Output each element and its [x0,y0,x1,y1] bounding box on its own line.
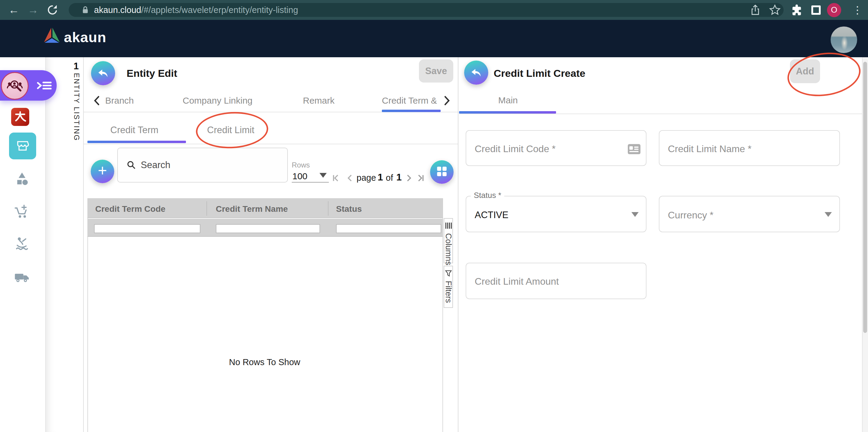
tabs-scroll-right-icon[interactable] [442,95,452,108]
subtab-credit-limit[interactable]: Credit Limit [207,125,254,136]
browser-chrome: ← → akaun.cloud /#/applets/wavelet/erp/e… [0,0,868,20]
filter-input-status[interactable] [336,224,441,233]
entity-edit-title: Entity Edit [127,67,177,79]
extensions-puzzle-icon[interactable] [790,4,803,16]
pagination-of-word: of [386,173,393,183]
listing-tab-index: 1 [73,61,79,72]
browser-menu-icon[interactable]: ⋮ [850,0,865,20]
column-separator [207,201,207,216]
main-tab-divider [459,113,862,114]
truck-icon [14,269,30,287]
tab-branch[interactable]: Branch [105,96,134,106]
entity-listing-vertical-tab[interactable]: 1 ENTITY LISTING [46,57,84,432]
credit-limit-create-title: Credit Limit Create [494,67,585,79]
browser-side-panel-icon[interactable] [811,5,821,15]
main-tab-underline [459,111,556,113]
next-page-icon[interactable] [404,173,414,183]
storefront-icon [15,138,30,155]
sidebar-expand-icon [37,80,52,91]
url-path: /#/applets/wavelet/erp/entity/entity-lis… [141,5,298,15]
browser-back-icon[interactable]: ← [5,0,22,20]
credit-limit-name-placeholder: Credit Limit Name * [668,143,751,155]
back-arrow-icon [96,66,110,80]
app-header: akaun [0,20,868,57]
column-separator [328,201,329,216]
search-input[interactable] [141,160,267,170]
credit-limit-code-field[interactable]: Credit Limit Code * [466,130,647,166]
browser-reload-icon[interactable] [44,0,61,20]
tab-credit-term-limit[interactable]: Credit Term & [382,96,437,105]
pagination-total: 1 [396,172,402,183]
browser-forward-icon[interactable]: → [25,0,41,20]
rows-label: Rows [292,161,310,169]
column-header-status[interactable]: Status [336,204,362,214]
plus-icon: + [98,162,107,179]
tab-main[interactable]: Main [498,95,518,105]
dai-character-icon [13,109,27,125]
sidebar-item-entity-applet-active[interactable] [0,70,57,101]
grid-columns-tab[interactable]: Columns [444,218,453,263]
active-tab-underline [382,110,441,112]
sidebar-item-dai-applet[interactable] [11,108,29,126]
bookmark-star-icon[interactable] [769,4,781,16]
shapes-icon [14,171,30,188]
status-select[interactable]: ACTIVE [466,196,647,232]
currency-select[interactable]: Currency * [659,196,840,232]
back-arrow-icon [470,65,483,80]
share-icon[interactable] [749,3,761,16]
sidebar-item-shapes[interactable] [13,171,30,188]
grid-layout-button[interactable] [430,160,454,184]
subtab-divider [84,144,458,144]
sidebar-item-pos-applet[interactable] [9,133,36,159]
column-header-credit-term-name[interactable]: Credit Term Name [216,204,288,214]
column-header-credit-term-code[interactable]: Credit Term Code [95,204,165,214]
screen: ← → akaun.cloud /#/applets/wavelet/erp/e… [0,0,868,432]
search-icon [126,160,136,170]
entity-edit-back-button[interactable] [91,61,115,85]
lock-icon [82,5,89,14]
credit-limit-name-field[interactable]: Credit Limit Name * [659,130,840,166]
first-page-icon[interactable] [332,173,342,183]
filter-input-credit-term-name[interactable] [216,224,320,233]
water-ski-icon [14,236,30,254]
add-credit-term-button[interactable]: + [91,160,114,183]
browser-address-bar[interactable]: akaun.cloud /#/applets/wavelet/erp/entit… [69,3,784,17]
entity-applet-icon [1,72,29,100]
grid-empty-message: No Rows To Show [229,357,300,367]
tab-remark[interactable]: Remark [303,96,335,106]
tab-company-linking[interactable]: Company Linking [183,96,253,106]
contact-card-icon[interactable] [628,144,641,154]
grid-filters-tab[interactable]: Filters [444,266,453,308]
dashboard-grid-icon [435,165,448,179]
subtab-credit-term[interactable]: Credit Term [110,125,158,136]
currency-caret-icon [825,212,832,217]
sidebar-item-logistics[interactable] [13,270,30,287]
filter-input-credit-term-code[interactable] [94,224,200,233]
credit-limit-amount-placeholder: Credit Limit Amount [475,276,559,287]
save-button[interactable]: Save [419,59,453,82]
status-value: ACTIVE [475,210,508,221]
currency-placeholder: Currency * [668,210,713,221]
filters-tab-label: Filters [444,281,453,303]
user-avatar[interactable] [831,27,857,53]
credit-limit-back-button[interactable] [464,61,488,85]
pagination-page-word: page [356,173,376,183]
columns-tab-label: Columns [444,233,453,265]
rows-per-page-select[interactable]: 100 [292,171,307,181]
app-logo-text: akaun [64,29,106,45]
filter-funnel-icon [444,269,453,278]
last-page-icon[interactable] [415,173,426,183]
credit-limit-code-placeholder: Credit Limit Code * [475,143,556,155]
tabs-scroll-left-icon[interactable] [92,95,101,108]
search-box[interactable] [117,147,288,182]
rows-caret-icon [319,173,327,178]
sidebar-item-purchase-cart[interactable] [13,204,30,221]
credit-limit-amount-field[interactable]: Credit Limit Amount [466,263,647,299]
prev-page-icon[interactable] [345,173,355,183]
sidebar-item-waterski[interactable] [13,236,30,253]
browser-profile-avatar[interactable]: O [827,3,841,17]
cart-plus-icon [14,204,30,222]
akaun-logo-icon [42,27,61,45]
add-button[interactable]: Add [790,59,820,83]
right-panel-scrollbar-thumb[interactable] [863,62,867,333]
